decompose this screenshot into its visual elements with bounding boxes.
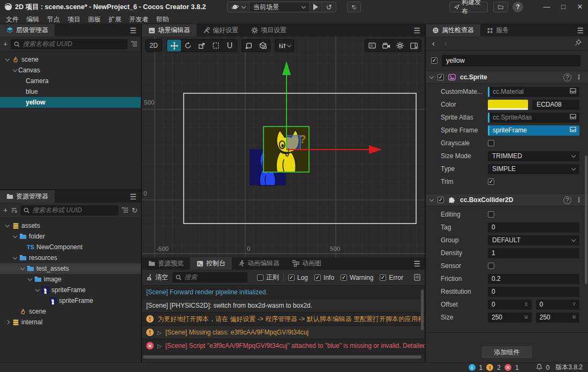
build-publish-button[interactable]: 构建发布 <box>449 2 488 12</box>
expand-arrow-icon[interactable] <box>4 57 11 62</box>
assets-filter-icon[interactable] <box>122 207 129 213</box>
property-checkbox[interactable] <box>488 211 494 218</box>
expand-arrow-icon[interactable] <box>12 68 18 72</box>
color-swatch[interactable] <box>488 100 528 110</box>
menu-file[interactable]: 文件 <box>6 15 19 24</box>
vector-field-w[interactable]: 250W <box>488 313 532 323</box>
scene-gizmo-settings-button[interactable] <box>393 40 407 51</box>
property-select[interactable]: SIMPLE <box>488 164 579 174</box>
log-detail-panel-icon[interactable] <box>414 274 420 281</box>
console-log-row[interactable]: !▷[Scene] Missing class: e3f9cAA/9FMpqGV… <box>142 326 425 339</box>
tab-preferences[interactable]: 偏好设置 <box>197 24 245 36</box>
2d-3d-toggle-button[interactable]: 2D <box>146 40 162 51</box>
status-info-icon[interactable]: i <box>469 364 476 371</box>
menu-extension[interactable]: 扩展 <box>109 15 122 24</box>
move-tool-button[interactable] <box>167 40 181 51</box>
hierarchy-node-Canvas[interactable]: Canvas <box>0 65 141 76</box>
hierarchy-node-blue[interactable]: blue <box>0 86 141 97</box>
asset-node-folder[interactable]: folder <box>0 231 141 242</box>
assets-menu-icon[interactable]: ☰ <box>130 192 137 201</box>
asset-picker-icon[interactable] <box>570 127 576 134</box>
component-options-icon[interactable]: ⋮ <box>576 196 583 204</box>
play-button[interactable] <box>310 2 322 12</box>
history-back-button[interactable]: ‹ <box>432 39 435 48</box>
bell-icon[interactable] <box>536 363 542 372</box>
vector-field-h[interactable]: 250H <box>536 313 580 323</box>
console-search-input[interactable]: 搜索 <box>172 272 247 282</box>
asset-node-resources[interactable]: resources <box>0 252 141 263</box>
history-forward-button[interactable]: › <box>444 39 447 48</box>
rect-tool-button[interactable] <box>209 40 223 51</box>
status-error-icon[interactable]: ✕ <box>504 364 511 371</box>
color-hex-field[interactable]: ECDA08 <box>532 100 579 110</box>
component-header-cc.BoxCollider2D[interactable]: cc.BoxCollider2D?⋮ <box>426 194 588 206</box>
minimize-button[interactable]: — <box>539 0 555 13</box>
console-log-row[interactable]: [Scene] Forward render pipeline initiali… <box>142 286 425 299</box>
menu-help[interactable]: 帮助 <box>156 15 169 24</box>
expand-arrow-icon[interactable] <box>34 288 41 292</box>
property-input[interactable]: 0 <box>488 222 579 233</box>
property-input[interactable]: 0.2 <box>488 274 579 284</box>
gizmo-xy-plane-handle[interactable] <box>287 136 300 150</box>
hierarchy-node-Camera[interactable]: Camera <box>0 76 141 86</box>
filter-warning-checkbox[interactable]: Warning <box>341 274 373 281</box>
create-node-button[interactable]: + <box>3 40 7 48</box>
asset-picker-icon[interactable] <box>570 88 576 95</box>
inspector-menu-icon[interactable]: ☰ <box>577 26 584 35</box>
tab-assets[interactable]: 资源管理器 <box>0 190 55 203</box>
tab-console[interactable]: 控制台 <box>190 257 232 270</box>
property-checkbox[interactable] <box>488 263 494 269</box>
component-options-icon[interactable]: ⋮ <box>576 73 583 81</box>
console-log-row[interactable]: !为更好地打开脚本，请在 偏好设置 -> 程序管理器 -> 默认脚本编辑器 里配… <box>142 313 425 326</box>
filter-log-checkbox[interactable]: Log <box>288 274 308 281</box>
console-horizontal-scrollbar[interactable] <box>142 355 425 359</box>
tab-inspector[interactable]: 属性检查器 <box>426 24 480 36</box>
asset-node-assets[interactable]: assets <box>0 220 141 231</box>
node-enabled-checkbox[interactable] <box>431 57 438 64</box>
node-name-input[interactable]: yellow <box>442 55 581 66</box>
tab-animation-editor[interactable]: 动画编辑器 <box>232 257 286 270</box>
component-help-icon[interactable]: ? <box>563 196 571 204</box>
property-checkbox[interactable] <box>488 140 494 146</box>
asset-node-test_assets[interactable]: test_assets <box>0 263 141 274</box>
hierarchy-node-yellow[interactable]: yellow <box>0 97 141 108</box>
property-input[interactable]: 1 <box>488 248 579 258</box>
camera-preview-button[interactable] <box>379 40 393 51</box>
regex-checkbox[interactable]: 正则 <box>257 273 279 282</box>
collapse-arrow-icon[interactable] <box>429 197 434 202</box>
menu-node[interactable]: 节点 <box>47 15 60 24</box>
component-help-icon[interactable]: ? <box>563 73 571 81</box>
status-warning-icon[interactable]: ! <box>486 364 493 371</box>
asset-node-spriteFrame[interactable]: spriteFrame <box>0 285 141 295</box>
vector-field-x[interactable]: 0X <box>488 300 532 310</box>
tab-scene-editor[interactable]: 场景编辑器 <box>142 24 197 36</box>
scene-viewport[interactable]: ? 500 0 -500 0 500 2D <box>142 36 425 257</box>
asset-node-scene[interactable]: scene <box>0 306 141 317</box>
expand-log-icon[interactable]: ▷ <box>157 343 162 349</box>
console-log-row[interactable]: [Scene] [PHYSICS2D]: switch from box2d-w… <box>142 299 425 313</box>
tab-asset-preview[interactable]: 资源预览 <box>142 257 190 270</box>
expand-arrow-icon[interactable] <box>12 234 18 239</box>
expand-arrow-icon[interactable] <box>27 277 33 281</box>
tab-project-settings[interactable]: 项目设置 <box>245 24 293 36</box>
collapse-arrow-icon[interactable] <box>429 75 434 79</box>
asset-reference-field[interactable]: spriteFrame <box>488 125 579 136</box>
vector-field-y[interactable]: 0Y <box>536 300 580 310</box>
menu-edit[interactable]: 编辑 <box>26 15 39 24</box>
assets-search-input[interactable]: 搜索名称或 UUID <box>20 205 118 215</box>
property-input[interactable]: 0 <box>488 287 579 297</box>
menu-project[interactable]: 项目 <box>67 15 80 24</box>
filter-info-checkbox[interactable]: Info <box>314 274 334 281</box>
close-button[interactable]: ✕ <box>572 0 588 13</box>
refresh-assets-icon[interactable]: ↻ <box>132 206 138 214</box>
hierarchy-filter-icon[interactable] <box>131 41 138 47</box>
resolution-button[interactable] <box>365 40 379 51</box>
asset-node-NewComponent[interactable]: TSNewComponent <box>0 242 141 252</box>
expand-arrow-icon[interactable] <box>12 256 18 260</box>
filter-error-checkbox[interactable]: Error <box>380 274 403 281</box>
rotate-tool-button[interactable] <box>181 40 195 51</box>
current-scene-select[interactable]: 当前场景 <box>250 2 310 12</box>
menu-developer[interactable]: 开发者 <box>129 15 148 24</box>
asset-node-internal[interactable]: internal <box>0 317 141 328</box>
menu-panel[interactable]: 面板 <box>88 15 101 24</box>
